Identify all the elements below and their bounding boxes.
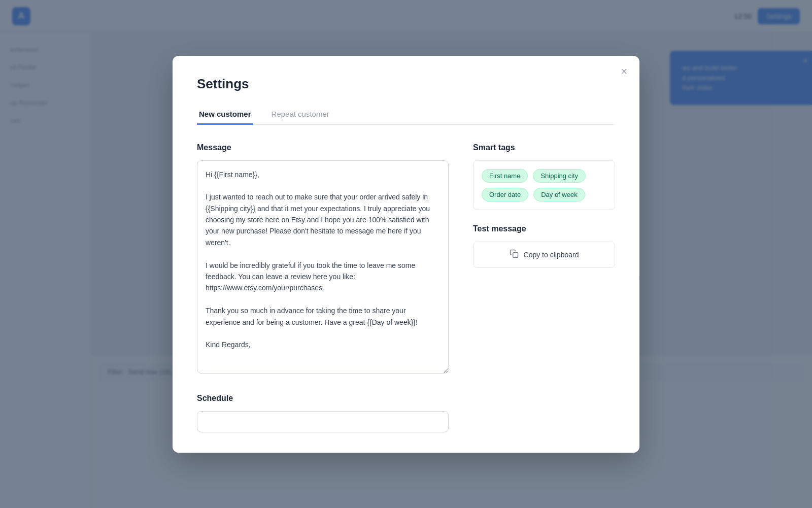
smart-tag-shipping-city[interactable]: Shipping city [533,169,586,183]
modal-left-panel: Message Hi {{First name}}, I just wanted… [197,143,449,432]
smart-tag-order-date[interactable]: Order date [482,188,528,201]
copy-to-clipboard-label: Copy to clipboard [524,251,579,259]
tab-repeat-customer[interactable]: Repeat customer [269,105,331,125]
settings-modal: × Settings New customer Repeat customer … [173,56,639,453]
modal-body: Message Hi {{First name}}, I just wanted… [197,143,615,432]
modal-right-panel: Smart tags First name Shipping city Orde… [473,143,615,432]
modal-tabs: New customer Repeat customer [197,104,615,125]
clipboard-icon [510,249,519,260]
copy-to-clipboard-button[interactable]: Copy to clipboard [473,242,615,268]
smart-tags-label: Smart tags [473,143,615,152]
test-message-label: Test message [473,224,615,233]
svg-rect-0 [513,252,518,257]
smart-tags-container: First name Shipping city Order date Day … [473,160,615,210]
smart-tag-first-name[interactable]: First name [482,169,528,183]
modal-title: Settings [197,76,615,92]
modal-close-button[interactable]: × [621,66,627,77]
tab-new-customer[interactable]: New customer [197,105,253,125]
schedule-section: Schedule [197,394,449,432]
smart-tag-day-of-week[interactable]: Day of week [533,188,585,201]
schedule-label: Schedule [197,394,449,403]
schedule-input[interactable] [197,411,449,432]
message-textarea[interactable]: Hi {{First name}}, I just wanted to reac… [197,160,449,374]
modal-backdrop: × Settings New customer Repeat customer … [0,0,812,508]
message-section-label: Message [197,143,449,152]
